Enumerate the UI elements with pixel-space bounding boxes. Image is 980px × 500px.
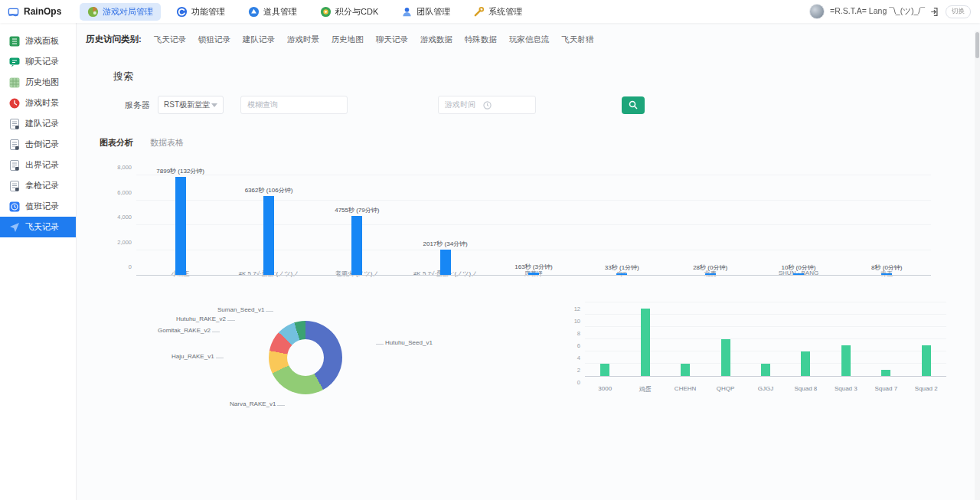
game-time-input[interactable]: 游戏时间 <box>438 96 536 114</box>
blue-clock-icon <box>9 201 20 212</box>
nav-points-cdk[interactable]: 积分与CDK <box>312 3 386 21</box>
bar <box>528 273 539 275</box>
sidebar-item-label: 历史地图 <box>25 77 59 88</box>
sidebar-item-game-panel[interactable]: 游戏面板 <box>0 31 76 51</box>
scrollbar-thumb[interactable] <box>975 32 979 58</box>
bar-value-label: 163秒 (3分钟) <box>514 263 552 271</box>
server-select[interactable]: RST极新堂堂 <box>158 96 224 114</box>
tab-special-data[interactable]: 特殊数据 <box>465 34 497 45</box>
bar <box>440 250 451 275</box>
bar-slot <box>625 309 665 376</box>
sidebar-item-out-of-bounds-records[interactable]: 出界记录 <box>0 155 76 175</box>
sidebar-item-label: 聊天记录 <box>25 56 59 67</box>
nav-label: 积分与CDK <box>335 6 378 18</box>
sidebar-item-chat-records[interactable]: 聊天记录 <box>0 51 76 72</box>
bar <box>641 309 650 376</box>
bar <box>681 364 690 376</box>
fuzzy-search-input[interactable]: 模糊查询 <box>240 96 348 114</box>
user-bar: =R.S.T.A= Lang ¯\_(ツ)_/¯ 切换 <box>809 4 980 19</box>
search-button[interactable] <box>622 96 645 114</box>
bar-slot <box>585 364 625 376</box>
sidebar-item-duty-records[interactable]: 值班记录 <box>0 196 76 217</box>
user-avatar[interactable] <box>809 4 825 19</box>
sidebar-item-history-map[interactable]: 历史地图 <box>0 72 76 93</box>
bar-slot <box>906 345 946 376</box>
playtime-bar-chart: 02,0004,0006,0008,0007899秒 (132分钟)6362秒 … <box>104 167 931 278</box>
tab-player-info[interactable]: 玩家信息流 <box>509 34 550 45</box>
bar <box>721 339 730 376</box>
y-tick: 4,000 <box>117 214 132 221</box>
tab-flying-records[interactable]: 飞天记录 <box>154 34 186 45</box>
brand[interactable]: RainOps <box>0 6 77 18</box>
bottom-charts-row: Hutuhu_Seed_v1Narva_RAKE_v1Haju_RAKE_v1G… <box>77 304 980 413</box>
sidebar-item-weapon-records[interactable]: 拿枪记录 <box>0 175 76 196</box>
tab-chat-records[interactable]: 聊天记录 <box>376 34 408 45</box>
sidebar-item-label: 击倒记录 <box>25 139 59 150</box>
bar-value-label: 2017秒 (34分钟) <box>423 240 468 248</box>
bar <box>793 273 804 275</box>
brand-name: RainOps <box>24 6 61 17</box>
nav-feature-management[interactable]: 功能管理 <box>168 3 233 21</box>
version-switch-pill[interactable]: 切换 <box>946 5 971 18</box>
bar-value-label: 10秒 (0分钟) <box>782 263 816 272</box>
pie-slice-label: Narva_RAKE_v1 <box>230 400 286 407</box>
main-content: 历史访问类别: 飞天记录 锁狙记录 建队记录 游戏时景 历史地图 聊天记录 游戏… <box>77 23 980 500</box>
sidebar-item-team-records[interactable]: 建队记录 <box>0 113 76 134</box>
tab-chart-analysis[interactable]: 图表分析 <box>100 137 133 149</box>
tab-history-map[interactable]: 历史地图 <box>332 34 364 45</box>
item-management-icon <box>248 6 260 18</box>
x-category-label: 3000 <box>585 382 625 394</box>
y-tick: 0 <box>129 263 132 270</box>
sidebar-item-label: 飞天记录 <box>25 221 59 233</box>
vertical-scrollbar[interactable] <box>975 31 980 500</box>
feature-icon <box>176 6 188 18</box>
tab-data-table[interactable]: 数据表格 <box>150 137 184 149</box>
pie-slice-label: Hutuhu_RAKE_v2 <box>176 315 237 322</box>
x-category-label: Squad 7 <box>866 382 906 394</box>
nav-item-management[interactable]: 道具管理 <box>240 3 305 21</box>
bar <box>881 370 890 376</box>
nav-label: 道具管理 <box>263 6 297 18</box>
nav-label: 团队管理 <box>416 6 450 18</box>
chevron-down-icon <box>211 103 217 107</box>
x-category-label: QHQP <box>705 382 745 394</box>
y-tick: 12 <box>574 306 580 312</box>
dashboard-grid-icon <box>9 36 20 47</box>
fuzzy-search-placeholder: 模糊查询 <box>247 100 278 110</box>
squad-bar-chart: 0246810123000鸡蛋CHEHNQHQPGJGJSquad 8Squad… <box>553 309 946 413</box>
nav-game-match-management[interactable]: 游戏对局管理 <box>80 3 161 21</box>
top-header: RainOps 游戏对局管理 功能管理 道具管理 积分与CDK <box>0 0 980 23</box>
sidebar-item-knockdown-records[interactable]: 击倒记录 <box>0 134 76 155</box>
red-clock-icon <box>9 98 20 109</box>
bar <box>175 177 186 275</box>
pie-slice-label: Haju_RAKE_v1 <box>172 353 225 360</box>
search-form: 服务器 RST极新堂堂 模糊查询 游戏时间 <box>125 96 980 114</box>
plane-icon <box>9 222 20 233</box>
donut-hole <box>287 339 324 376</box>
leader-line <box>216 355 224 358</box>
tab-team-records[interactable]: 建队记录 <box>243 34 275 45</box>
x-category-label: Squad 2 <box>906 382 946 394</box>
nav-system-management[interactable]: 系统管理 <box>466 3 530 21</box>
analysis-tabs: 图表分析 数据表格 <box>100 137 980 149</box>
tab-game-scene[interactable]: 游戏时景 <box>287 34 319 45</box>
sidebar-item-label: 游戏时景 <box>25 97 59 109</box>
tab-game-data[interactable]: 游戏数据 <box>420 34 452 45</box>
bar-slot <box>665 364 705 376</box>
bar-value-label: 28秒 (0分钟) <box>693 263 727 272</box>
logout-icon[interactable] <box>930 7 940 17</box>
bar-slot <box>705 339 745 376</box>
y-tick: 8,000 <box>117 164 132 171</box>
bar-slot: 33秒 (1分钟) <box>578 263 666 275</box>
y-tick: 6,000 <box>117 188 132 195</box>
server-select-value: RST极新堂堂 <box>164 100 210 110</box>
sidebar: 游戏面板 聊天记录 历史地图 游戏时景 建队记录 击倒记录 出界记录 拿枪记录 … <box>0 23 77 500</box>
username: =R.S.T.A= Lang ¯\_(ツ)_/¯ <box>830 6 925 17</box>
tab-sniper-records[interactable]: 锁狙记录 <box>198 34 230 45</box>
nav-team-management[interactable]: 团队管理 <box>394 3 458 21</box>
bar <box>922 345 931 376</box>
sidebar-item-flying-records[interactable]: 飞天记录 <box>0 217 76 237</box>
bar-slot: 4755秒 (79分钟) <box>313 206 401 275</box>
tab-flying-hunt[interactable]: 飞天射猎 <box>561 34 593 45</box>
sidebar-item-game-scene[interactable]: 游戏时景 <box>0 93 76 113</box>
